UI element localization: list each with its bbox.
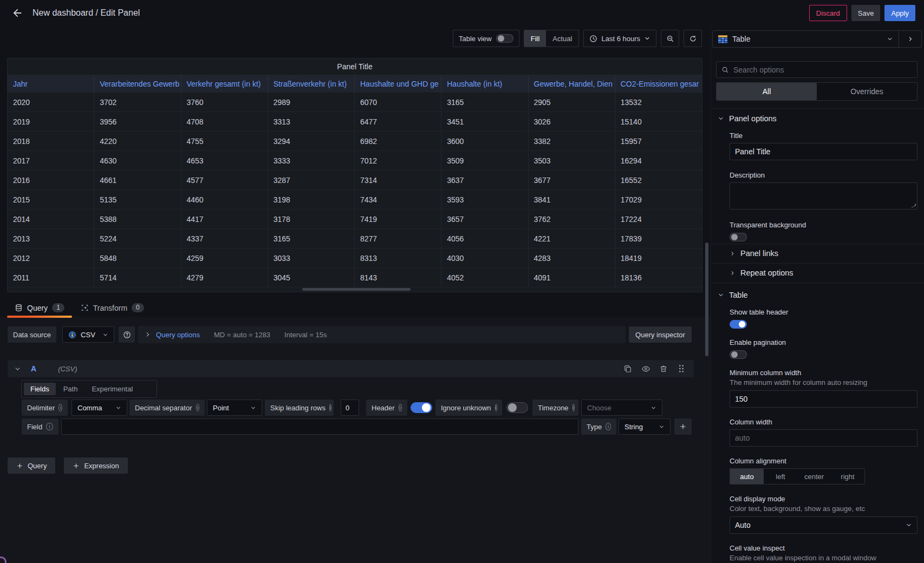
delimiter-value: Comma	[77, 404, 102, 412]
column-header[interactable]: Haushalte (in kt)	[441, 75, 528, 93]
column-header[interactable]: CO2-Emissionen gesar	[615, 75, 702, 93]
align-option-left[interactable]: left	[764, 469, 797, 484]
query-pane-background	[0, 317, 711, 563]
table-section-header[interactable]: Table	[718, 291, 918, 299]
back-button[interactable]	[9, 4, 26, 22]
column-header[interactable]: Verarbeitendes Gewerb	[94, 75, 181, 93]
tab-transform[interactable]: Transform 0	[73, 299, 152, 317]
timezone-label: Timezone	[538, 404, 569, 412]
add-expression-button[interactable]: Expression	[64, 457, 127, 474]
info-icon: i	[46, 423, 53, 430]
apply-button[interactable]: Apply	[884, 5, 915, 21]
hide-query-button[interactable]	[640, 363, 652, 375]
table-cell: 3294	[268, 132, 355, 150]
header-switch[interactable]	[411, 402, 432, 413]
align-option-center[interactable]: center	[797, 469, 831, 484]
table-cell: 7419	[355, 210, 441, 228]
table-row: 201842204755329469823600338215957	[8, 132, 702, 151]
datasource-help-button[interactable]	[119, 326, 135, 343]
visualization-select[interactable]: Table	[713, 31, 899, 47]
collapse-options-button[interactable]	[899, 31, 921, 47]
editor-tab-path[interactable]: Path	[57, 383, 84, 395]
top-navigation-bar: New dashboard / Edit Panel Discard Save …	[0, 0, 924, 26]
max-datapoints-text: MD = auto = 1283	[214, 331, 270, 339]
info-icon: i	[58, 404, 62, 411]
table-view-switch[interactable]	[496, 34, 513, 43]
delete-query-button[interactable]	[658, 363, 669, 375]
enable-pagination-switch[interactable]	[730, 350, 747, 359]
datasource-select[interactable]: CSV	[62, 326, 114, 343]
table-row: 201551354460319874343593384117029	[8, 190, 702, 210]
panel-title-input[interactable]: Panel Title	[730, 143, 918, 160]
fill-option[interactable]: Fill	[524, 30, 546, 47]
column-header[interactable]: Verkehr gesamt (in kt)	[181, 75, 268, 93]
drag-handle[interactable]	[675, 363, 687, 375]
table-cell: 16552	[615, 171, 702, 189]
table-cell: 4052	[441, 268, 528, 287]
delimiter-select[interactable]: Comma	[71, 400, 127, 416]
cell-value-inspect-label: Cell value inspect	[730, 544, 918, 552]
show-table-header-switch[interactable]	[730, 320, 747, 329]
table-cell: 4708	[181, 112, 268, 131]
add-query-button[interactable]: Query	[8, 457, 55, 474]
save-button[interactable]: Save	[851, 5, 881, 21]
transparent-background-label: Transparent background	[730, 221, 918, 229]
column-header[interactable]: Jahr	[8, 75, 94, 93]
table-cell: 4220	[94, 132, 181, 150]
skip-leading-rows-input[interactable]: 0	[341, 400, 359, 416]
column-header[interactable]: Haushalte und GHD ge	[355, 75, 441, 93]
duplicate-query-button[interactable]	[622, 363, 634, 375]
plus-icon	[16, 462, 23, 469]
table-panel: Panel Title JahrVerarbeitendes GewerbVer…	[7, 58, 702, 292]
query-inspector-button[interactable]: Query inspector	[629, 326, 692, 343]
time-range-picker[interactable]: Last 6 hours	[583, 30, 656, 47]
type-select[interactable]: String	[619, 418, 671, 435]
panel-options-section-header[interactable]: Panel options	[718, 114, 918, 123]
table-cell: 4577	[181, 171, 268, 189]
tab-query[interactable]: Query 1	[7, 299, 72, 317]
repeat-options-section-header[interactable]: Repeat options	[730, 263, 918, 283]
query-tab-label: Query	[27, 304, 48, 312]
transparent-background-switch[interactable]	[730, 233, 747, 241]
table-cell: 8143	[355, 268, 441, 287]
field-input[interactable]	[61, 418, 578, 435]
ignore-unknown-label: Ignore unknown	[441, 404, 491, 412]
editor-tab-fields[interactable]: Fields	[24, 383, 56, 395]
page-title: New dashboard / Edit Panel	[32, 8, 809, 18]
table-cell: 2013	[8, 229, 94, 248]
table-cell: 3333	[268, 151, 355, 170]
tab-all[interactable]: All	[717, 83, 817, 100]
zoom-out-button[interactable]	[661, 30, 679, 47]
min-column-width-input[interactable]: 150	[730, 390, 918, 408]
query-ref-id: A	[31, 364, 36, 373]
horizontal-scrollbar[interactable]	[302, 288, 411, 291]
search-options-input[interactable]: Search options	[716, 61, 918, 78]
timezone-select[interactable]: Choose	[581, 400, 662, 416]
query-options-link[interactable]: Query options	[156, 331, 200, 339]
table-cell: 5388	[94, 210, 181, 228]
vertical-scrollbar[interactable]	[705, 243, 708, 356]
discard-button[interactable]: Discard	[809, 5, 847, 21]
panel-title[interactable]: Panel Title	[8, 58, 702, 75]
query-row-header[interactable]: A (CSV)	[8, 360, 694, 377]
visualization-picker: Table	[712, 30, 922, 48]
add-field-button[interactable]	[674, 418, 692, 435]
ignore-unknown-switch[interactable]	[506, 402, 528, 413]
decimal-separator-select[interactable]: Point	[207, 400, 262, 416]
info-icon: i	[572, 404, 575, 411]
column-header[interactable]: Straßenverkehr (in kt)	[268, 75, 355, 93]
description-textarea[interactable]	[730, 182, 918, 210]
column-width-input[interactable]: auto	[730, 429, 918, 447]
column-header[interactable]: Gewerbe, Handel, Dien	[529, 75, 615, 93]
cell-display-mode-select[interactable]: Auto	[730, 516, 918, 534]
align-option-right[interactable]: right	[831, 469, 864, 484]
editor-tab-experimental[interactable]: Experimental	[85, 383, 139, 395]
table-cell: 4460	[181, 190, 268, 209]
panel-links-section-header[interactable]: Panel links	[730, 244, 918, 263]
align-option-auto[interactable]: auto	[730, 469, 764, 484]
tab-overrides[interactable]: Overrides	[817, 83, 917, 100]
actual-option[interactable]: Actual	[546, 30, 578, 47]
refresh-button[interactable]	[684, 30, 702, 47]
clock-icon	[589, 35, 597, 43]
resize-handle[interactable]	[912, 204, 916, 208]
